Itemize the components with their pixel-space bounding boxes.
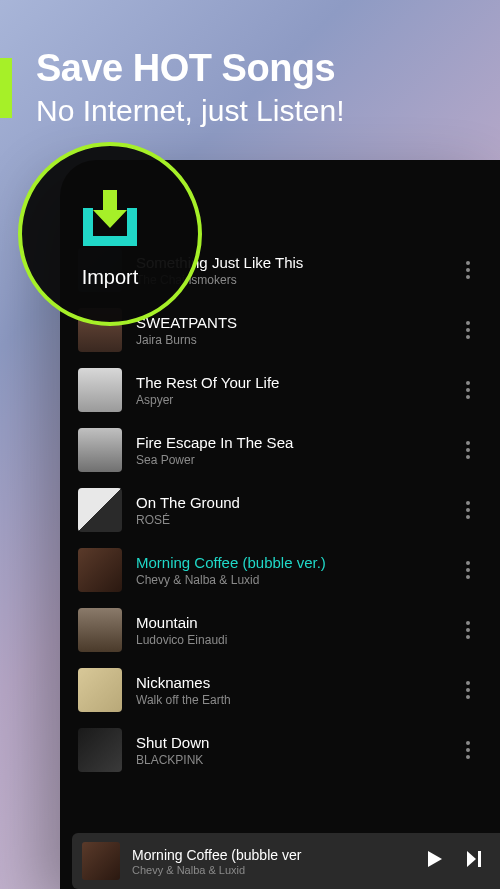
song-info: Morning Coffee (bubble ver.)Chevy & Nalb… xyxy=(136,554,442,587)
song-title: Morning Coffee (bubble ver.) xyxy=(136,554,442,571)
song-row[interactable]: The Rest Of Your LifeAspyer xyxy=(60,360,500,420)
song-row[interactable]: NicknamesWalk off the Earth xyxy=(60,660,500,720)
more-icon[interactable] xyxy=(456,261,480,279)
song-info: NicknamesWalk off the Earth xyxy=(136,674,442,707)
more-icon[interactable] xyxy=(456,321,480,339)
song-row[interactable]: Shut DownBLACKPINK xyxy=(60,720,500,780)
import-label: Import xyxy=(82,266,139,289)
import-badge[interactable]: Import xyxy=(18,142,202,326)
headline-title: Save HOT Songs xyxy=(36,48,480,90)
more-icon[interactable] xyxy=(456,441,480,459)
album-art xyxy=(78,668,122,712)
song-artist: Chevy & Nalba & Luxid xyxy=(136,573,442,587)
now-playing-art xyxy=(82,842,120,880)
song-row[interactable]: MountainLudovico Einaudi xyxy=(60,600,500,660)
more-icon[interactable] xyxy=(456,681,480,699)
song-row[interactable]: Fire Escape In The SeaSea Power xyxy=(60,420,500,480)
more-icon[interactable] xyxy=(456,621,480,639)
headline-subtitle: No Internet, just Listen! xyxy=(36,94,480,128)
song-info: MountainLudovico Einaudi xyxy=(136,614,442,647)
song-info: SWEATPANTSJaira Burns xyxy=(136,314,442,347)
song-title: SWEATPANTS xyxy=(136,314,442,331)
more-icon[interactable] xyxy=(456,381,480,399)
now-playing-title: Morning Coffee (bubble ver xyxy=(132,847,412,863)
song-info: Fire Escape In The SeaSea Power xyxy=(136,434,442,467)
now-playing-info: Morning Coffee (bubble ver Chevy & Nalba… xyxy=(132,847,412,876)
album-art xyxy=(78,608,122,652)
song-artist: Walk off the Earth xyxy=(136,693,442,707)
song-artist: ROSÉ xyxy=(136,513,442,527)
song-info: The Rest Of Your LifeAspyer xyxy=(136,374,442,407)
play-button[interactable] xyxy=(424,849,444,873)
song-title: The Rest Of Your Life xyxy=(136,374,442,391)
album-art xyxy=(78,728,122,772)
song-artist: Sea Power xyxy=(136,453,442,467)
song-title: Mountain xyxy=(136,614,442,631)
song-info: On The GroundROSÉ xyxy=(136,494,442,527)
download-icon xyxy=(71,180,149,258)
song-artist: Jaira Burns xyxy=(136,333,442,347)
accent-bar xyxy=(0,58,12,118)
song-artist: Aspyer xyxy=(136,393,442,407)
song-artist: BLACKPINK xyxy=(136,753,442,767)
song-title: Nicknames xyxy=(136,674,442,691)
now-playing-artist: Chevy & Nalba & Luxid xyxy=(132,864,412,876)
more-icon[interactable] xyxy=(456,741,480,759)
album-art xyxy=(78,428,122,472)
album-art xyxy=(78,488,122,532)
song-title: Shut Down xyxy=(136,734,442,751)
headline: Save HOT Songs No Internet, just Listen! xyxy=(36,48,480,128)
song-row[interactable]: Morning Coffee (bubble ver.)Chevy & Nalb… xyxy=(60,540,500,600)
next-button[interactable] xyxy=(464,849,484,873)
song-info: Shut DownBLACKPINK xyxy=(136,734,442,767)
now-playing-controls xyxy=(424,849,484,873)
song-row[interactable]: On The GroundROSÉ xyxy=(60,480,500,540)
song-title: Fire Escape In The Sea xyxy=(136,434,442,451)
song-title: On The Ground xyxy=(136,494,442,511)
more-icon[interactable] xyxy=(456,561,480,579)
album-art xyxy=(78,548,122,592)
album-art xyxy=(78,368,122,412)
song-artist: Ludovico Einaudi xyxy=(136,633,442,647)
now-playing-bar[interactable]: Morning Coffee (bubble ver Chevy & Nalba… xyxy=(72,833,500,889)
more-icon[interactable] xyxy=(456,501,480,519)
